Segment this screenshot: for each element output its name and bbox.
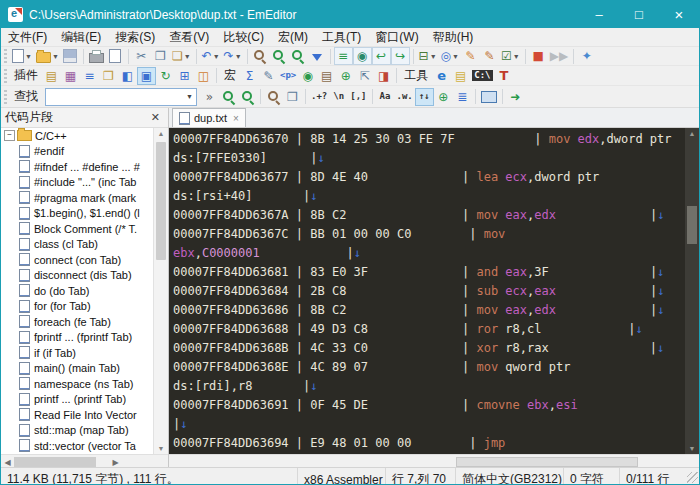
tree-item-snippet[interactable]: main() (main Tab)	[1, 361, 153, 377]
tree-item-snippet[interactable]: fprintf ... (fprintf Tab)	[1, 330, 153, 346]
filter-button[interactable]	[308, 47, 327, 65]
copy-button[interactable]: ❐	[151, 47, 170, 65]
tree-item-snippet[interactable]: do (do Tab)	[1, 283, 153, 299]
tree-item-snippet[interactable]: #ifndef ... #define ... #	[1, 159, 153, 175]
dropdown-arrow-icon[interactable]: ▼	[513, 53, 520, 60]
find-next-toolbar-button[interactable]	[270, 47, 289, 65]
menu-item-window[interactable]: 窗口(W)	[368, 28, 425, 46]
step-macro-button[interactable]: ▶▶	[548, 47, 570, 65]
dropdown-arrow-icon[interactable]: ▼	[452, 53, 459, 60]
find-button[interactable]	[251, 47, 270, 65]
tree-item-snippet[interactable]: Read File Into Vector	[1, 407, 153, 423]
syntax-check-button[interactable]: ☑▼	[499, 47, 522, 65]
find-previous-button[interactable]	[219, 88, 238, 106]
tool-customize-button[interactable]: T	[495, 67, 514, 85]
macro-sum-button[interactable]: Σ	[240, 67, 259, 85]
scroll-down-icon[interactable]: ▼	[685, 445, 699, 452]
highlight-find-button[interactable]: ✎	[461, 47, 480, 65]
tree-item-snippet[interactable]: std::vector (vector Ta	[1, 438, 153, 454]
plugin-web-refresh-button[interactable]: ↻	[156, 67, 175, 85]
cut-button[interactable]: ✂	[132, 47, 151, 65]
paste-button[interactable]: ❏▼	[170, 47, 193, 65]
marks-button[interactable]: ◎▼	[439, 47, 461, 65]
new-file-button[interactable]: ▼	[10, 47, 34, 65]
plugin-explorer-button[interactable]: ≡	[80, 67, 99, 85]
snippets-vscroll-thumb[interactable]	[156, 142, 166, 260]
menu-item-tools[interactable]: 工具(T)	[315, 28, 368, 46]
menu-item-edit[interactable]: 编辑(E)	[54, 28, 108, 46]
app-icon[interactable]	[8, 7, 23, 22]
print-preview-button[interactable]	[106, 47, 125, 65]
tree-item-snippet[interactable]: std::map (map Tab)	[1, 423, 153, 439]
snippets-hscroll-thumb[interactable]	[14, 457, 96, 467]
editor-vscrollbar[interactable]: ▲ ▼	[685, 128, 699, 454]
resize-grip[interactable]	[687, 472, 698, 483]
dropdown-arrow-icon[interactable]: ▼	[213, 53, 220, 60]
tree-item-snippet[interactable]: class (cl Tab)	[1, 237, 153, 253]
macro-html-button[interactable]: <p>	[278, 67, 298, 85]
special-chars-button[interactable]: ≡	[334, 47, 353, 65]
menu-item-search[interactable]: 搜索(S)	[108, 28, 162, 46]
use-escape-button[interactable]: \n	[329, 88, 348, 106]
tool-browser-button[interactable]: e	[432, 67, 451, 85]
plugin-comments-button[interactable]: ◧	[118, 67, 137, 85]
match-case-button[interactable]: Aa	[376, 88, 395, 106]
tree-item-snippet[interactable]: foreach (fe Tab)	[1, 314, 153, 330]
undo-button[interactable]: ↶▼	[200, 47, 222, 65]
find-toolbar-menu-button[interactable]: »	[200, 88, 219, 106]
print-button[interactable]	[87, 47, 106, 65]
close-button[interactable]: ×	[659, 1, 699, 28]
macro-run-button[interactable]: ◉	[298, 67, 317, 85]
macro-library-button[interactable]: ▤	[317, 67, 336, 85]
plugin-open-documents-button[interactable]: ❐	[99, 67, 118, 85]
replace-in-files-button[interactable]: ❐	[283, 88, 302, 106]
scroll-down-icon[interactable]: ▼	[154, 445, 168, 452]
macro-stop-button[interactable]: ◨	[374, 67, 393, 85]
outline-button[interactable]: ⊟▼	[417, 47, 439, 65]
status-syntax[interactable]: x86 Assembler	[297, 468, 385, 485]
minimize-button[interactable]: –	[579, 1, 619, 28]
scroll-left-icon[interactable]: ◀	[1, 458, 14, 467]
filter-bar-button[interactable]: ≣	[453, 88, 472, 106]
maximize-button[interactable]: □	[619, 1, 659, 28]
dropdown-arrow-icon[interactable]: ▼	[52, 53, 59, 60]
tree-item-snippet[interactable]: connect (con Tab)	[1, 252, 153, 268]
chevron-down-icon[interactable]: ▼	[183, 93, 196, 100]
find-input[interactable]	[46, 91, 183, 103]
tree-item-snippet[interactable]: #pragma mark (mark	[1, 190, 153, 206]
tab-dup-txt[interactable]: dup.txt ×	[172, 108, 246, 127]
macro-edit-button[interactable]: ✎	[259, 67, 278, 85]
open-file-button[interactable]: ▼	[34, 47, 61, 65]
menu-item-macros[interactable]: 宏(M)	[271, 28, 315, 46]
tree-item-snippet[interactable]: if (if Tab)	[1, 345, 153, 361]
dropdown-arrow-icon[interactable]: ▼	[430, 53, 437, 60]
search-around-button[interactable]: ⊕	[434, 88, 453, 106]
dropdown-arrow-icon[interactable]: ▼	[235, 53, 242, 60]
search-up-down-button[interactable]: ↑↓	[415, 88, 434, 106]
menu-item-file[interactable]: 文件(F)	[1, 28, 54, 46]
tree-item-snippet[interactable]: $1.begin(), $1.end() (l	[1, 206, 153, 222]
plugin-html-bar-button[interactable]: ▦	[61, 67, 80, 85]
snippets-vscrollbar[interactable]: ▲ ▼	[153, 128, 168, 454]
web-browse-button[interactable]: ◉	[353, 47, 372, 65]
wrap-by-window-button[interactable]: ↪	[391, 47, 410, 65]
menu-item-help[interactable]: 帮助(H)	[426, 28, 481, 46]
whole-word-button[interactable]: .w.	[395, 88, 415, 106]
tree-item-snippet[interactable]: #include "..." (inc Tab	[1, 175, 153, 191]
tree-item-snippet[interactable]: #endif	[1, 144, 153, 160]
macro-select-button[interactable]: ⇱	[355, 67, 374, 85]
status-position[interactable]: 行 7,列 70	[385, 468, 455, 485]
find-in-files-button[interactable]	[264, 88, 283, 106]
next-document-button[interactable]: ➜	[506, 88, 525, 106]
find-prev-toolbar-button[interactable]	[289, 47, 308, 65]
macro-add-button[interactable]: ⊕	[336, 67, 355, 85]
tree-item-snippet[interactable]: Block Comment (/* T.	[1, 221, 153, 237]
status-encoding[interactable]: 简体中文(GB2312)	[455, 468, 563, 485]
word-wrap-button[interactable]: ↩	[372, 47, 391, 65]
use-numeric-range-button[interactable]: [,]	[348, 88, 368, 106]
use-regex-button[interactable]: .+?	[309, 88, 329, 106]
dropdown-arrow-icon[interactable]: ▼	[184, 53, 191, 60]
menu-item-view[interactable]: 查看(V)	[162, 28, 216, 46]
snippets-panel-close-icon[interactable]: ✕	[147, 111, 164, 124]
editor-area[interactable]: 00007FF84DD63670 | 8B 14 25 30 03 FE 7F …	[169, 128, 685, 454]
